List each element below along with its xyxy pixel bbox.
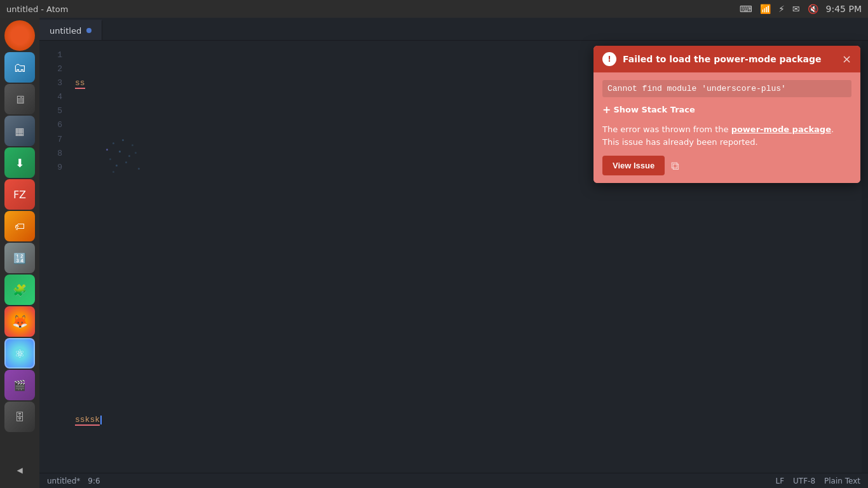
titlebar: untitled - Atom ⌨ 📶 ⚡ ✉ 🔇 9:45 PM <box>0 0 868 18</box>
message-prefix: The error was thrown from the <box>602 125 731 134</box>
scrollbar-track[interactable] <box>862 41 868 473</box>
tab-modified-indicator <box>86 28 92 33</box>
tab-bar: untitled <box>39 18 868 41</box>
notification-header: ! Failed to load the power-mode package … <box>593 46 860 72</box>
dock-ftp[interactable]: FZ <box>4 179 35 210</box>
dock-calc[interactable]: 🔢 <box>4 243 35 273</box>
statusbar-syntax[interactable]: Plain Text <box>824 477 860 485</box>
statusbar-line-ending[interactable]: LF <box>775 477 784 485</box>
main-area: 🗂 🖥 ▦ ⬇ FZ 🏷 🔢 🧩 🦊 ⚛ 🎬 <box>0 18 868 488</box>
dock-ubuntu[interactable] <box>4 20 35 51</box>
editor-area: untitled 1 2 3 4 5 6 7 8 9 ss <box>39 18 868 488</box>
view-issue-button[interactable]: View Issue <box>602 156 665 175</box>
titlebar-title: untitled - Atom <box>6 4 68 14</box>
code-line-8 <box>75 371 862 385</box>
line-numbers: 1 2 3 4 5 6 7 8 9 <box>39 41 70 473</box>
plus-icon: + <box>602 104 611 116</box>
notification-close-button[interactable]: × <box>842 53 851 65</box>
text-cursor <box>100 416 102 424</box>
titlebar-right: ⌨ 📶 ⚡ ✉ 🔇 9:45 PM <box>740 4 862 14</box>
dock-firefox[interactable]: 🦊 <box>4 306 35 337</box>
code-line-5 <box>75 245 862 259</box>
tab-label: untitled <box>50 26 81 36</box>
statusbar-right: LF UTF-8 Plain Text <box>775 477 860 485</box>
volume-icon: 🔇 <box>808 4 818 14</box>
notification-error-icon: ! <box>602 52 616 66</box>
dock-taskbar[interactable]: ▦ <box>4 116 35 146</box>
dock-atom[interactable]: ⚛ <box>4 338 35 369</box>
code-line-9: ssksk <box>75 413 862 427</box>
notification-error-code: Cannot find module 'underscore-plus' <box>602 80 851 97</box>
error-notification: ! Failed to load the power-mode package … <box>593 46 860 183</box>
dock-drawer[interactable]: 🗄 <box>4 402 35 432</box>
bluetooth-icon: ⚡ <box>778 4 785 14</box>
dock-video[interactable]: 🎬 <box>4 370 35 400</box>
statusbar-filename[interactable]: untitled* <box>47 477 80 485</box>
clock: 9:45 PM <box>826 4 862 14</box>
statusbar: untitled* 9:6 LF UTF-8 Plain Text <box>39 473 868 488</box>
show-stack-trace-button[interactable]: + Show Stack Trace <box>602 104 851 116</box>
wifi-icon: 📶 <box>760 4 771 14</box>
notification-actions: View Issue ⧉ <box>602 156 851 175</box>
dock-collapse[interactable]: ◀ <box>4 455 35 485</box>
keyboard-icon: ⌨ <box>740 4 752 14</box>
notification-title: Failed to load the power-mode package <box>623 54 836 64</box>
notification-body: Cannot find module 'underscore-plus' + S… <box>593 72 860 183</box>
dock-install[interactable]: ⬇ <box>4 147 35 178</box>
statusbar-encoding[interactable]: UTF-8 <box>793 477 815 485</box>
dock-files[interactable]: 🗂 <box>4 52 35 83</box>
code-line-6 <box>75 287 862 301</box>
package-link[interactable]: power-mode package <box>731 125 831 134</box>
copy-icon[interactable]: ⧉ <box>671 159 679 173</box>
statusbar-position[interactable]: 9:6 <box>88 477 100 485</box>
mail-icon: ✉ <box>792 4 800 14</box>
notification-message: The error was thrown from the power-mode… <box>602 123 851 148</box>
dock-screen[interactable]: 🖥 <box>4 84 35 114</box>
dock: 🗂 🖥 ▦ ⬇ FZ 🏷 🔢 🧩 🦊 ⚛ 🎬 <box>0 18 39 488</box>
statusbar-left: untitled* 9:6 <box>47 477 100 485</box>
code-line-4 <box>75 203 862 217</box>
chevron-left-icon: ◀ <box>17 466 22 475</box>
show-stack-trace-label: Show Stack Trace <box>613 105 695 114</box>
view-issue-label: View Issue <box>613 161 654 170</box>
code-line-7 <box>75 329 862 343</box>
dock-puzzle[interactable]: 🧩 <box>4 274 35 305</box>
tab-untitled[interactable]: untitled <box>39 20 102 40</box>
dock-certs[interactable]: 🏷 <box>4 211 35 241</box>
